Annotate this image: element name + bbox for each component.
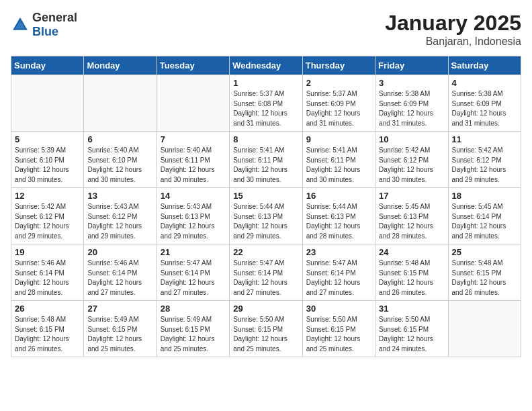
weekday-header-monday: Monday [84,56,157,75]
day-info: Sunrise: 5:40 AM Sunset: 6:11 PM Dayligh… [161,146,226,185]
calendar-cell [11,75,84,132]
day-info: Sunrise: 5:42 AM Sunset: 6:12 PM Dayligh… [452,146,517,185]
logo-icon [11,15,30,34]
calendar-cell: 31Sunrise: 5:50 AM Sunset: 6:15 PM Dayli… [375,301,448,357]
calendar-cell: 26Sunrise: 5:48 AM Sunset: 6:15 PM Dayli… [11,301,84,357]
day-info: Sunrise: 5:39 AM Sunset: 6:10 PM Dayligh… [15,146,80,185]
calendar-cell: 11Sunrise: 5:42 AM Sunset: 6:12 PM Dayli… [448,132,521,188]
logo-general: General [32,11,77,24]
day-info: Sunrise: 5:45 AM Sunset: 6:14 PM Dayligh… [452,202,517,241]
calendar-cell: 25Sunrise: 5:48 AM Sunset: 6:15 PM Dayli… [448,244,521,301]
day-info: Sunrise: 5:38 AM Sunset: 6:09 PM Dayligh… [379,89,444,128]
day-number: 9 [306,134,371,144]
calendar-cell: 14Sunrise: 5:43 AM Sunset: 6:13 PM Dayli… [157,188,229,244]
calendar-cell: 18Sunrise: 5:45 AM Sunset: 6:14 PM Dayli… [448,188,521,244]
calendar-cell [157,75,229,132]
day-info: Sunrise: 5:50 AM Sunset: 6:15 PM Dayligh… [233,315,298,354]
day-number: 31 [379,304,444,314]
day-number: 24 [379,247,444,257]
logo-blue: Blue [32,25,58,38]
day-number: 4 [452,78,517,88]
day-number: 16 [306,191,371,201]
calendar-cell: 8Sunrise: 5:41 AM Sunset: 6:11 PM Daylig… [230,132,302,188]
day-number: 14 [161,191,226,201]
day-info: Sunrise: 5:46 AM Sunset: 6:14 PM Dayligh… [15,259,80,298]
day-number: 19 [15,247,80,257]
day-number: 3 [379,78,444,88]
calendar-cell: 30Sunrise: 5:50 AM Sunset: 6:15 PM Dayli… [302,301,375,357]
calendar-cell: 16Sunrise: 5:44 AM Sunset: 6:13 PM Dayli… [302,188,375,244]
day-number: 22 [233,247,298,257]
day-number: 23 [306,247,371,257]
calendar-cell: 10Sunrise: 5:42 AM Sunset: 6:12 PM Dayli… [375,132,448,188]
day-info: Sunrise: 5:41 AM Sunset: 6:11 PM Dayligh… [233,146,298,185]
day-number: 25 [452,247,517,257]
page-header: General Blue January 2025 Banjaran, Indo… [11,11,521,48]
day-info: Sunrise: 5:49 AM Sunset: 6:15 PM Dayligh… [161,315,226,354]
day-info: Sunrise: 5:47 AM Sunset: 6:14 PM Dayligh… [233,259,298,298]
calendar-cell: 12Sunrise: 5:42 AM Sunset: 6:12 PM Dayli… [11,188,84,244]
calendar-cell [448,301,521,357]
day-info: Sunrise: 5:45 AM Sunset: 6:13 PM Dayligh… [379,202,444,241]
day-info: Sunrise: 5:44 AM Sunset: 6:13 PM Dayligh… [306,202,371,241]
day-number: 11 [452,134,517,144]
weekday-header-sunday: Sunday [11,56,84,75]
day-info: Sunrise: 5:47 AM Sunset: 6:14 PM Dayligh… [161,259,226,298]
day-info: Sunrise: 5:46 AM Sunset: 6:14 PM Dayligh… [87,259,152,298]
calendar-location: Banjaran, Indonesia [385,36,521,48]
day-number: 10 [379,134,444,144]
day-number: 8 [233,134,298,144]
weekday-header-saturday: Saturday [448,56,521,75]
day-info: Sunrise: 5:44 AM Sunset: 6:13 PM Dayligh… [233,202,298,241]
day-number: 15 [233,191,298,201]
calendar-table: SundayMondayTuesdayWednesdayThursdayFrid… [11,56,521,357]
day-number: 28 [161,304,226,314]
day-number: 7 [161,134,226,144]
calendar-cell: 9Sunrise: 5:41 AM Sunset: 6:11 PM Daylig… [302,132,375,188]
calendar-cell: 23Sunrise: 5:47 AM Sunset: 6:14 PM Dayli… [302,244,375,301]
calendar-cell: 21Sunrise: 5:47 AM Sunset: 6:14 PM Dayli… [157,244,229,301]
day-number: 20 [87,247,152,257]
day-number: 21 [161,247,226,257]
calendar-cell: 15Sunrise: 5:44 AM Sunset: 6:13 PM Dayli… [230,188,302,244]
day-info: Sunrise: 5:42 AM Sunset: 6:12 PM Dayligh… [379,146,444,185]
logo-text: General Blue [32,11,77,39]
calendar-cell: 24Sunrise: 5:48 AM Sunset: 6:15 PM Dayli… [375,244,448,301]
day-info: Sunrise: 5:41 AM Sunset: 6:11 PM Dayligh… [306,146,371,185]
day-info: Sunrise: 5:50 AM Sunset: 6:15 PM Dayligh… [379,315,444,354]
day-number: 6 [87,134,152,144]
weekday-header-wednesday: Wednesday [230,56,302,75]
title-block: January 2025 Banjaran, Indonesia [385,11,521,48]
calendar-cell [84,75,157,132]
calendar-cell: 19Sunrise: 5:46 AM Sunset: 6:14 PM Dayli… [11,244,84,301]
calendar-cell: 7Sunrise: 5:40 AM Sunset: 6:11 PM Daylig… [157,132,229,188]
day-info: Sunrise: 5:42 AM Sunset: 6:12 PM Dayligh… [15,202,80,241]
calendar-week-row: 19Sunrise: 5:46 AM Sunset: 6:14 PM Dayli… [11,244,521,301]
weekday-header-friday: Friday [375,56,448,75]
day-info: Sunrise: 5:37 AM Sunset: 6:09 PM Dayligh… [306,89,371,128]
day-number: 1 [233,78,298,88]
day-info: Sunrise: 5:47 AM Sunset: 6:14 PM Dayligh… [306,259,371,298]
calendar-week-row: 12Sunrise: 5:42 AM Sunset: 6:12 PM Dayli… [11,188,521,244]
calendar-week-row: 5Sunrise: 5:39 AM Sunset: 6:10 PM Daylig… [11,132,521,188]
day-info: Sunrise: 5:43 AM Sunset: 6:13 PM Dayligh… [161,202,226,241]
calendar-cell: 3Sunrise: 5:38 AM Sunset: 6:09 PM Daylig… [375,75,448,132]
calendar-cell: 22Sunrise: 5:47 AM Sunset: 6:14 PM Dayli… [230,244,302,301]
day-number: 18 [452,191,517,201]
day-number: 29 [233,304,298,314]
calendar-title: January 2025 [385,11,521,36]
day-number: 27 [87,304,152,314]
day-number: 26 [15,304,80,314]
calendar-cell: 27Sunrise: 5:49 AM Sunset: 6:15 PM Dayli… [84,301,157,357]
day-info: Sunrise: 5:50 AM Sunset: 6:15 PM Dayligh… [306,315,371,354]
calendar-cell: 2Sunrise: 5:37 AM Sunset: 6:09 PM Daylig… [302,75,375,132]
day-number: 13 [87,191,152,201]
calendar-cell: 1Sunrise: 5:37 AM Sunset: 6:08 PM Daylig… [230,75,302,132]
day-info: Sunrise: 5:38 AM Sunset: 6:09 PM Dayligh… [452,89,517,128]
day-info: Sunrise: 5:43 AM Sunset: 6:12 PM Dayligh… [87,202,152,241]
day-number: 17 [379,191,444,201]
day-number: 12 [15,191,80,201]
calendar-cell: 5Sunrise: 5:39 AM Sunset: 6:10 PM Daylig… [11,132,84,188]
day-info: Sunrise: 5:40 AM Sunset: 6:10 PM Dayligh… [87,146,152,185]
calendar-cell: 20Sunrise: 5:46 AM Sunset: 6:14 PM Dayli… [84,244,157,301]
